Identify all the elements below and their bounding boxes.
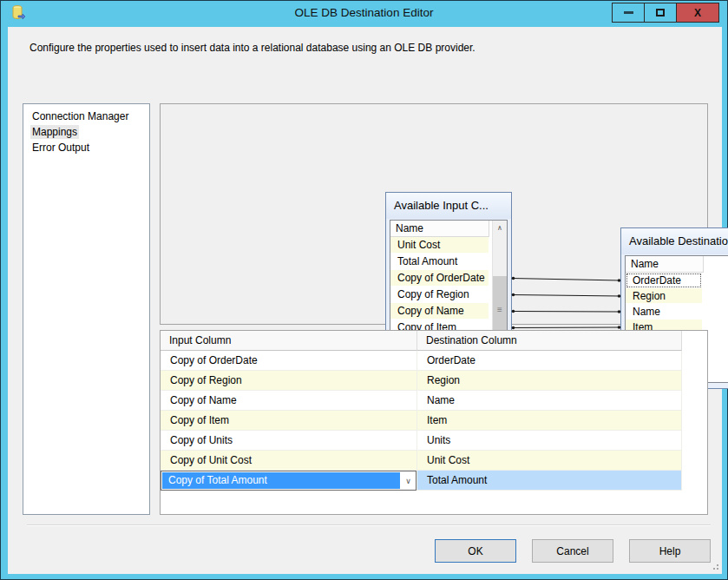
mapping-connector-line (512, 327, 620, 328)
maximize-icon (656, 9, 665, 16)
dialog-body: Configure the properties used to insert … (8, 27, 722, 574)
titlebar[interactable]: OLE DB Destination Editor X (1, 1, 727, 27)
sidebar-item-connection-manager[interactable]: Connection Manager (23, 109, 149, 124)
input-column-row[interactable]: Copy of OrderDate (390, 270, 492, 287)
dest-column-row[interactable]: Region (626, 288, 728, 304)
ole-db-destination-editor-window: OLE DB Destination Editor X Configure th… (0, 0, 728, 580)
combobox-selected-value: Copy of Total Amount (162, 472, 400, 489)
grid-header-row: Input Column Destination Column (161, 331, 707, 351)
resize-grip[interactable] (710, 561, 718, 570)
input-box-title: Available Input C... (386, 193, 511, 219)
input-list-header[interactable]: Name (390, 221, 492, 237)
cancel-button[interactable]: Cancel (532, 539, 613, 563)
grid-row[interactable]: Copy of Name Name (161, 391, 707, 411)
dest-column-row[interactable]: Name (626, 304, 728, 320)
sidebar-item-mappings[interactable]: Mappings (23, 124, 149, 140)
minimize-button[interactable] (612, 3, 645, 23)
maximize-button[interactable] (644, 3, 677, 23)
grid-row[interactable]: Copy of Region Region (161, 371, 707, 391)
name-column-header[interactable]: Name (390, 221, 489, 237)
pages-sidebar: Connection Manager Mappings Error Output (23, 103, 150, 515)
dialog-description: Configure the properties used to insert … (30, 42, 475, 54)
dest-column-row[interactable]: OrderDate (626, 273, 728, 288)
grid-row[interactable]: Copy of Units Units (161, 431, 707, 451)
mapping-designer-panel: Available Input C... Name Unit Cost Tota… (160, 103, 708, 325)
input-column-row[interactable]: Unit Cost (390, 237, 492, 254)
chevron-down-icon[interactable]: ∨ (401, 471, 416, 490)
grid-row[interactable]: Copy of OrderDate OrderDate (161, 351, 707, 371)
close-icon: X (694, 7, 701, 19)
input-column-header: Input Column (161, 331, 417, 351)
minimize-icon (624, 11, 633, 14)
sidebar-item-error-output[interactable]: Error Output (23, 140, 149, 155)
ok-button[interactable]: OK (435, 539, 516, 563)
name-column-header[interactable]: Name (626, 256, 704, 273)
close-button[interactable]: X (676, 3, 719, 23)
dest-list-header[interactable]: Name (626, 256, 728, 273)
input-column-row[interactable]: Copy of Name (390, 303, 492, 320)
destination-column-header: Destination Column (417, 331, 682, 351)
help-button[interactable]: Help (629, 539, 711, 563)
scroll-up-icon[interactable]: ∧ (493, 221, 507, 235)
grid-row-selected[interactable]: Copy of Total Amount ∨ Total Amount (161, 471, 707, 491)
grid-row[interactable]: Copy of Unit Cost Unit Cost (161, 451, 707, 471)
input-column-row[interactable]: Copy of Region (390, 287, 492, 303)
mapping-grid: Input Column Destination Column Copy of … (160, 330, 708, 515)
input-column-row[interactable]: Total Amount (390, 254, 492, 270)
connector-endpoint (512, 326, 515, 330)
dest-box-title: Available Destination ... (621, 228, 728, 254)
input-column-combobox[interactable]: Copy of Total Amount ∨ (161, 471, 416, 491)
button-separator (27, 524, 711, 526)
grid-row[interactable]: Copy of Item Item (161, 411, 707, 431)
